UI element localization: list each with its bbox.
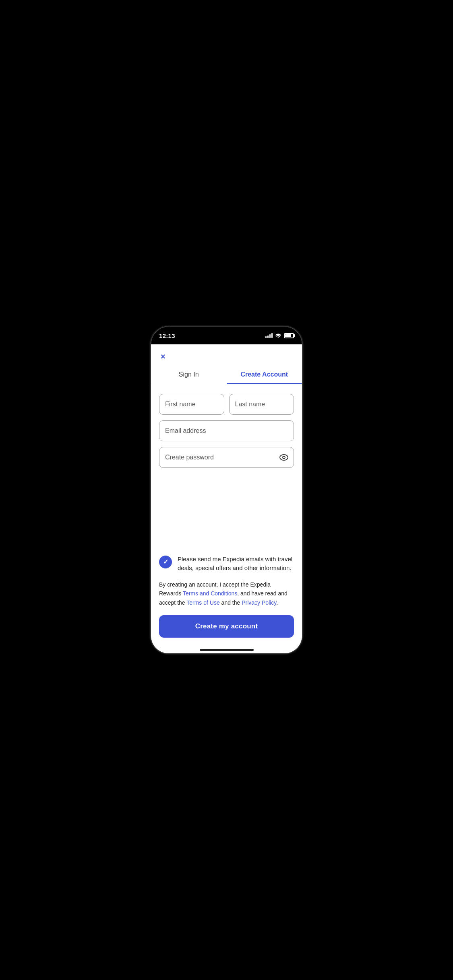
form-area [151,384,302,555]
newsletter-checkbox[interactable]: ✓ [159,556,172,568]
battery-icon [284,333,294,338]
first-name-input[interactable] [159,394,224,415]
svg-point-1 [283,456,285,459]
checkmark-icon: ✓ [163,559,168,565]
wifi-icon [275,333,281,339]
privacy-policy-link[interactable]: Privacy Policy [242,599,276,606]
tabs-container: Sign In Create Account [151,365,302,384]
email-row [159,420,294,441]
home-bar [200,649,254,651]
terms-use-link[interactable]: Terms of Use [186,599,219,606]
status-icons [265,333,294,339]
close-button[interactable]: × [159,351,167,362]
status-time: 12:13 [159,332,175,339]
top-bar: × [151,344,302,365]
password-row [159,447,294,468]
password-input[interactable] [159,447,294,468]
newsletter-row: ✓ Please send me Expedia emails with tra… [159,555,294,573]
newsletter-text: Please send me Expedia emails with trave… [178,555,294,573]
tab-sign-in[interactable]: Sign In [151,365,227,384]
app-content: × Sign In Create Account [151,344,302,653]
tab-create-account[interactable]: Create Account [227,365,302,384]
create-account-button[interactable]: Create my account [159,615,294,638]
signal-icon [265,333,273,338]
home-indicator [151,646,302,653]
toggle-password-button[interactable] [279,454,288,461]
email-input[interactable] [159,420,294,441]
svg-point-0 [280,455,288,460]
last-name-input[interactable] [229,394,294,415]
name-row [159,394,294,415]
password-wrapper [159,447,294,468]
terms-conditions-link[interactable]: Terms and Conditions [183,590,237,597]
phone-frame: 12:13 × Sign In [151,327,302,653]
bottom-section: ✓ Please send me Expedia emails with tra… [151,555,302,646]
status-bar: 12:13 [151,327,302,344]
terms-text: By creating an account, I accept the Exp… [159,580,294,607]
